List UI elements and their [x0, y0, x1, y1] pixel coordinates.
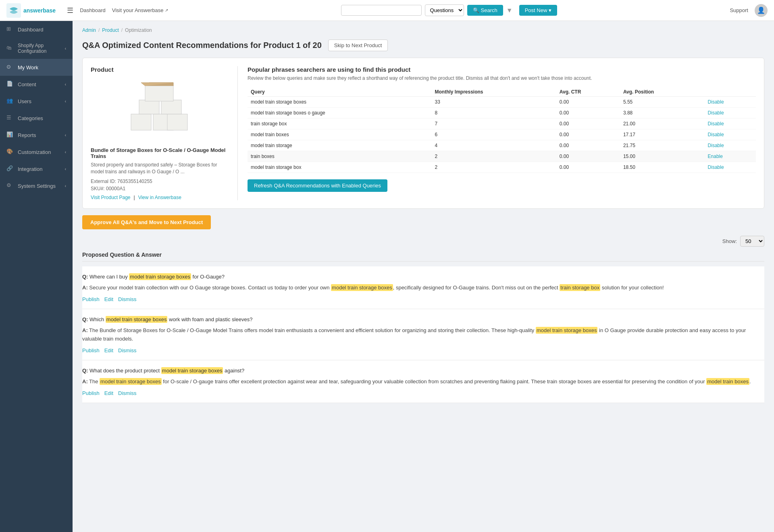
- sidebar-item-shopify[interactable]: 🛍 Shopify App Configuration ‹: [0, 38, 73, 59]
- search-type-select[interactable]: Questions: [425, 4, 464, 16]
- query-action-link[interactable]: Disable: [708, 164, 724, 170]
- breadcrumb-product[interactable]: Product: [102, 27, 119, 33]
- impressions-cell: 8: [432, 108, 556, 118]
- qa-block: Q: Which model train storage boxes work …: [82, 309, 764, 360]
- settings-icon: ⚙: [6, 182, 14, 189]
- search-button[interactable]: 🔍 Search: [467, 5, 503, 16]
- sidebar-item-reports[interactable]: 📊 Reports ‹: [0, 127, 73, 143]
- query-cell: model train storage box: [248, 162, 432, 173]
- table-row: model train storage boxes 33 0.00 5.55 D…: [248, 97, 756, 108]
- arrow-icon: ‹: [65, 184, 66, 188]
- action-cell[interactable]: Disable: [705, 108, 756, 118]
- menu-icon[interactable]: ☰: [67, 6, 73, 15]
- table-row: model train storage box 2 0.00 18.50 Dis…: [248, 162, 756, 173]
- sidebar-item-settings[interactable]: ⚙ System Settings ‹: [0, 177, 73, 194]
- query-action-link[interactable]: Disable: [708, 143, 724, 148]
- publish-link[interactable]: Publish: [82, 347, 100, 353]
- product-sku: SKU#: 00000A1: [91, 186, 228, 191]
- action-cell[interactable]: Disable: [705, 97, 756, 108]
- edit-link[interactable]: Edit: [104, 390, 113, 396]
- product-links: Visit Product Page | View in Answerbase: [91, 195, 228, 200]
- query-action-link[interactable]: Enable: [708, 154, 723, 159]
- publish-link[interactable]: Publish: [82, 390, 100, 396]
- refresh-button[interactable]: Refresh Q&A Recommendations with Enabled…: [248, 179, 387, 192]
- dismiss-link[interactable]: Dismiss: [118, 296, 137, 302]
- reports-icon: 📊: [6, 131, 14, 139]
- skip-button[interactable]: Skip to Next Product: [328, 39, 388, 51]
- qa-answer: A: The model train storage boxes for O-s…: [82, 378, 764, 386]
- sidebar-item-mywork[interactable]: ⊙ My Work: [0, 59, 73, 76]
- sidebar-item-integration[interactable]: 🔗 Integration ‹: [0, 160, 73, 177]
- queries-table: Query Monthly Impressions Avg. CTR Avg. …: [248, 87, 756, 173]
- query-action-link[interactable]: Disable: [708, 132, 724, 137]
- dismiss-link[interactable]: Dismiss: [118, 390, 137, 396]
- sidebar-item-categories[interactable]: ☰ Categories: [0, 110, 73, 127]
- approve-button[interactable]: Approve All Q&A's and Move to Next Produ…: [82, 215, 211, 229]
- query-cell: train storage box: [248, 118, 432, 129]
- breadcrumb-current: Optimization: [125, 27, 152, 33]
- visit-product-link[interactable]: Visit Product Page: [91, 195, 131, 200]
- show-label: Show:: [722, 238, 737, 244]
- dismiss-link[interactable]: Dismiss: [118, 347, 137, 353]
- action-cell[interactable]: Disable: [705, 140, 756, 151]
- show-select[interactable]: 50 25 100: [740, 236, 764, 247]
- impressions-cell: 2: [432, 151, 556, 162]
- col-impressions: Monthly Impressions: [432, 87, 556, 97]
- query-action-link[interactable]: Disable: [708, 110, 724, 116]
- avatar[interactable]: 👤: [755, 4, 768, 17]
- page-title: Q&A Optimized Content Recommendations fo…: [82, 41, 322, 50]
- edit-link[interactable]: Edit: [104, 296, 113, 302]
- col-action: [705, 87, 756, 97]
- arrow-icon: ‹: [65, 150, 66, 154]
- action-cell[interactable]: Disable: [705, 129, 756, 140]
- product-name: Bundle of Storage Boxes for O-Scale / O-…: [91, 147, 228, 159]
- qa-block: Q: Where can I buy model train storage b…: [82, 266, 764, 309]
- sidebar-item-customization[interactable]: 🎨 Customization ‹: [0, 143, 73, 160]
- users-icon: 👥: [6, 98, 14, 105]
- impressions-cell: 2: [432, 162, 556, 173]
- visit-link-text: Visit your Answerbase: [112, 7, 164, 13]
- product-panel: Product: [91, 66, 228, 200]
- qa-block: Q: What does the product protect model t…: [82, 360, 764, 403]
- integration-icon: 🔗: [6, 165, 14, 172]
- col-ctr: Avg. CTR: [556, 87, 620, 97]
- action-cell[interactable]: Enable: [705, 151, 756, 162]
- sidebar-item-content[interactable]: 📄 Content ‹: [0, 76, 73, 93]
- external-link-icon: ↗: [165, 8, 168, 12]
- action-cell[interactable]: Disable: [705, 118, 756, 129]
- impressions-cell: 7: [432, 118, 556, 129]
- svg-rect-1: [131, 114, 151, 130]
- sidebar-item-users[interactable]: 👥 Users ‹: [0, 93, 73, 110]
- query-action-link[interactable]: Disable: [708, 121, 724, 127]
- ctr-cell: 0.00: [556, 108, 620, 118]
- ctr-cell: 0.00: [556, 151, 620, 162]
- product-image: [127, 82, 191, 138]
- product-section: Product: [82, 58, 764, 209]
- dashboard-icon: ⊞: [6, 26, 14, 33]
- queries-desc: Review the below queries and make sure t…: [248, 75, 756, 82]
- position-cell: 21.00: [620, 118, 705, 129]
- main-content: Admin / Product / Optimization Q&A Optim…: [73, 21, 774, 532]
- post-new-button[interactable]: Post New ▾: [519, 5, 558, 16]
- publish-link[interactable]: Publish: [82, 296, 100, 302]
- search-input[interactable]: [341, 5, 422, 16]
- qa-section-title: Proposed Question & Answer: [82, 251, 764, 262]
- action-cell[interactable]: Disable: [705, 162, 756, 173]
- categories-icon: ☰: [6, 114, 14, 122]
- view-in-answerbase-link[interactable]: View in Answerbase: [138, 195, 181, 200]
- product-desc: Stored properly and transported safely –…: [91, 162, 228, 175]
- logo-text: answerbase: [23, 7, 56, 14]
- visit-link[interactable]: Visit your Answerbase ↗: [112, 7, 169, 13]
- support-link[interactable]: Support: [730, 7, 748, 13]
- sidebar-item-dashboard[interactable]: ⊞ Dashboard: [0, 21, 73, 38]
- qa-actions: Publish Edit Dismiss: [82, 347, 764, 353]
- position-cell: 3.88: [620, 108, 705, 118]
- edit-link[interactable]: Edit: [104, 347, 113, 353]
- dashboard-link[interactable]: Dashboard: [80, 7, 106, 13]
- query-action-link[interactable]: Disable: [708, 99, 724, 105]
- filter-button[interactable]: ▼: [506, 7, 513, 14]
- search-area: Questions 🔍 Search ▼ Post New ▾: [341, 4, 558, 16]
- logo[interactable]: answerbase: [6, 3, 56, 18]
- impressions-cell: 33: [432, 97, 556, 108]
- breadcrumb-admin[interactable]: Admin: [82, 27, 96, 33]
